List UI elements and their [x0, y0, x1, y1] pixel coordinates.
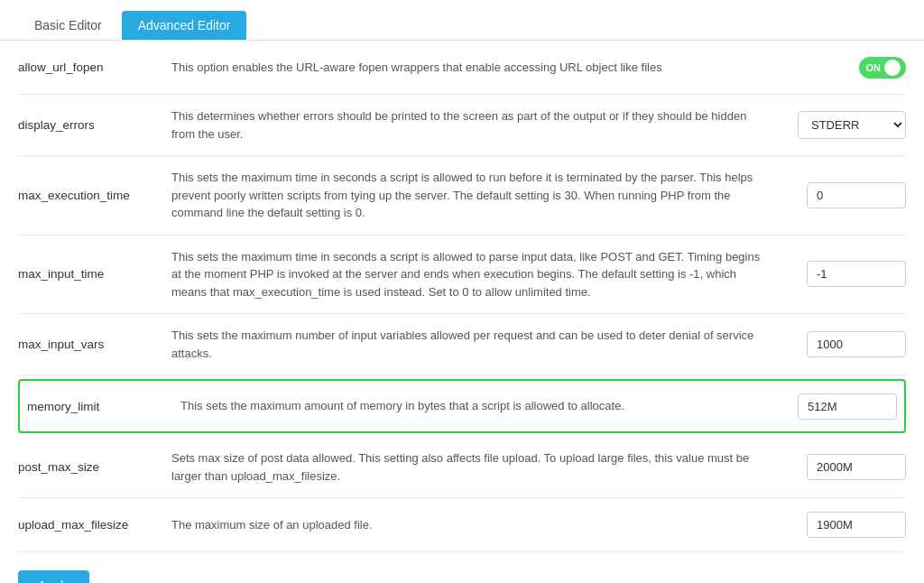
- setting-desc-display-errors: This determines whether errors should be…: [171, 107, 789, 143]
- input-max-input-vars[interactable]: [807, 331, 906, 357]
- tab-advanced[interactable]: Advanced Editor: [122, 11, 247, 40]
- input-max-execution-time[interactable]: [807, 182, 906, 208]
- setting-row-max-execution-time: max_execution_time This sets the maximum…: [18, 156, 906, 236]
- setting-desc-max-input-vars: This sets the maximum number of input va…: [171, 327, 789, 362]
- setting-control-max-execution-time: [789, 182, 906, 208]
- setting-desc-max-input-time: This sets the maximum time in seconds a …: [171, 248, 789, 301]
- setting-name-upload-max-filesize: upload_max_filesize: [18, 518, 171, 532]
- setting-control-allow-url-fopen: ON: [789, 57, 906, 79]
- setting-row-allow-url-fopen: allow_url_fopen This option enables the …: [18, 41, 906, 95]
- settings-panel: allow_url_fopen This option enables the …: [0, 41, 924, 552]
- input-post-max-size[interactable]: [807, 454, 906, 480]
- setting-name-max-input-time: max_input_time: [18, 267, 171, 281]
- toggle-label-allow-url-fopen: ON: [866, 62, 882, 73]
- setting-desc-memory-limit: This sets the maximum amount of memory i…: [180, 397, 780, 415]
- setting-name-memory-limit: memory_limit: [27, 400, 180, 413]
- toggle-allow-url-fopen[interactable]: ON: [859, 57, 907, 79]
- setting-desc-max-execution-time: This sets the maximum time in seconds a …: [171, 169, 789, 222]
- main-container: Basic Editor Advanced Editor allow_url_f…: [0, 0, 924, 583]
- setting-row-memory-limit: memory_limit This sets the maximum amoun…: [18, 379, 906, 433]
- input-max-input-time[interactable]: [807, 261, 906, 287]
- setting-control-max-input-time: [789, 261, 906, 287]
- select-display-errors[interactable]: STDERR stdout Off On: [798, 111, 906, 139]
- setting-desc-allow-url-fopen: This option enables the URL-aware fopen …: [171, 59, 789, 77]
- setting-name-max-execution-time: max_execution_time: [18, 189, 171, 202]
- apply-button[interactable]: Apply: [18, 570, 89, 583]
- setting-name-post-max-size: post_max_size: [18, 460, 171, 474]
- setting-control-upload-max-filesize: [789, 512, 906, 538]
- setting-row-max-input-time: max_input_time This sets the maximum tim…: [18, 236, 906, 315]
- setting-desc-upload-max-filesize: The maximum size of an uploaded file.: [171, 516, 789, 534]
- apply-section: Apply: [0, 552, 924, 583]
- setting-control-display-errors: STDERR stdout Off On: [789, 111, 906, 139]
- setting-name-max-input-vars: max_input_vars: [18, 338, 171, 351]
- setting-name-allow-url-fopen: allow_url_fopen: [18, 60, 171, 74]
- setting-desc-post-max-size: Sets max size of post data allowed. This…: [171, 449, 789, 485]
- setting-row-post-max-size: post_max_size Sets max size of post data…: [18, 437, 906, 498]
- setting-control-memory-limit: [780, 393, 897, 420]
- toggle-knob-allow-url-fopen: [884, 60, 901, 76]
- setting-row-max-input-vars: max_input_vars This sets the maximum num…: [18, 314, 906, 375]
- setting-control-max-input-vars: [789, 331, 906, 357]
- input-memory-limit[interactable]: [798, 393, 897, 420]
- tab-bar: Basic Editor Advanced Editor: [0, 0, 924, 41]
- setting-row-display-errors: display_errors This determines whether e…: [18, 95, 906, 156]
- setting-row-upload-max-filesize: upload_max_filesize The maximum size of …: [18, 498, 906, 552]
- setting-control-post-max-size: [789, 454, 906, 480]
- input-upload-max-filesize[interactable]: [807, 512, 906, 538]
- tab-basic[interactable]: Basic Editor: [18, 11, 118, 40]
- setting-name-display-errors: display_errors: [18, 118, 171, 132]
